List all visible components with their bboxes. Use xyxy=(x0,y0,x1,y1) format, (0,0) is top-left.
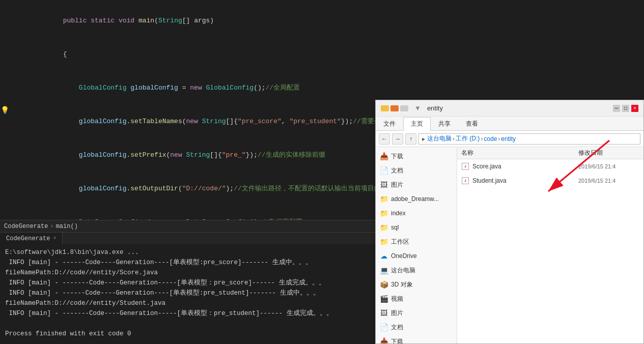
nav-item-documents[interactable]: 📄 文档 xyxy=(376,163,457,178)
path-separator: › xyxy=(498,135,500,142)
nav-item-label: 3D 对象 xyxy=(391,280,413,289)
nav-item-videos[interactable]: 🎬 视频 xyxy=(376,292,457,306)
nav-item-label: 下载 xyxy=(391,337,403,344)
file-explorer-title: entity xyxy=(427,104,610,112)
close-button[interactable]: × xyxy=(631,105,638,112)
download-icon: 📥 xyxy=(380,337,388,343)
onedrive-icon: ☁ xyxy=(380,252,388,260)
title-separator: ▼ xyxy=(414,104,421,112)
folder-icon xyxy=(381,105,389,111)
computer-icon: 💻 xyxy=(380,266,388,274)
nav-item-label: OneDrive xyxy=(391,252,417,260)
terminal-line: INFO [main] - ------Code----Generation--… xyxy=(5,288,372,298)
file-icon: J xyxy=(461,162,469,170)
code-text: public static void main(String[] args) xyxy=(15,4,373,38)
terminal-line: fileNamePath:D://code//entity/Score.java xyxy=(5,268,372,278)
terminal-line xyxy=(5,319,372,329)
download-icon: 📥 xyxy=(380,152,388,160)
nav-item-index[interactable]: 📁 index xyxy=(376,206,457,220)
breadcrumb-method: main() xyxy=(56,223,78,230)
path-part-entity[interactable]: entity xyxy=(501,135,516,142)
address-path[interactable]: ▸ 这台电脑 › 工作 (D:) › code › entity xyxy=(418,133,640,145)
nav-item-label: 工作区 xyxy=(391,238,409,246)
ribbon-tab-share[interactable]: 共享 xyxy=(431,117,458,131)
nav-item-label: 视频 xyxy=(391,295,403,303)
ribbon-tab-home[interactable]: 主页 xyxy=(403,117,431,131)
image-icon: 🖼 xyxy=(380,309,388,317)
title-bar-icon3 xyxy=(400,105,408,111)
nav-item-label: adobe_Dreamw... xyxy=(391,195,439,203)
terminal-panel: E:\software\jdk1.8\bin\java.exe ... INFO… xyxy=(0,244,377,344)
code-line: globalConfig.setPrefix(new String[]{"pre… xyxy=(0,138,377,172)
java-file-icon: J xyxy=(462,177,469,184)
nav-item-dl[interactable]: 📥 下载 xyxy=(376,334,457,343)
code-line: 💡 globalConfig.setTableNames(new String[… xyxy=(0,105,377,138)
tab-bar: CodeGenerate × xyxy=(0,232,377,244)
nav-item-images[interactable]: 🖼 图片 xyxy=(376,306,457,320)
code-line: globalConfig.setOutputDir("D://code/");/… xyxy=(0,172,377,206)
file-icon: J xyxy=(461,177,469,185)
nav-item-docs[interactable]: 📄 文档 xyxy=(376,320,457,334)
java-file-icon: J xyxy=(462,163,469,170)
nav-item-sql[interactable]: 📁 sql xyxy=(376,220,457,235)
code-line: GlobalConfig globalConfig = new GlobalCo… xyxy=(0,71,377,105)
nav-item-adobe[interactable]: 📁 adobe_Dreamw... xyxy=(376,192,457,206)
title-bar-icons xyxy=(381,105,408,111)
nav-item-label: 这台电脑 xyxy=(391,266,415,275)
3d-icon: 📦 xyxy=(380,280,388,289)
folder-icon: 📁 xyxy=(380,195,388,203)
path-part-drive[interactable]: 工作 (D:) xyxy=(456,134,480,143)
file-item-student[interactable]: J Student.java 2019/6/15 21:4 xyxy=(457,174,643,188)
nav-item-label: 图片 xyxy=(391,309,403,318)
minimize-button[interactable]: ─ xyxy=(613,105,620,112)
code-line: { xyxy=(0,38,377,71)
nav-forward-button[interactable]: → xyxy=(392,133,403,145)
nav-item-3d[interactable]: 📦 3D 对象 xyxy=(376,277,457,292)
nav-item-download[interactable]: 📥 下载 xyxy=(376,149,457,163)
file-name: Score.java xyxy=(472,163,575,170)
nav-item-label: 文档 xyxy=(391,166,403,175)
path-separator: › xyxy=(453,135,455,142)
breadcrumb-separator: › xyxy=(50,223,53,230)
ribbon-tab-file[interactable]: 文件 xyxy=(376,117,403,131)
nav-up-button[interactable]: ↑ xyxy=(405,133,416,145)
ribbon-tab-view[interactable]: 查看 xyxy=(458,117,486,131)
file-date: 2019/6/15 21:4 xyxy=(578,163,639,169)
nav-back-button[interactable]: ← xyxy=(379,133,390,145)
breadcrumb-class: CodeGenerate xyxy=(4,223,48,230)
path-part-computer[interactable]: 这台电脑 xyxy=(427,134,452,143)
nav-item-label: 文档 xyxy=(391,323,403,332)
terminal-line: INFO [main] - -------Code----Generation-… xyxy=(5,278,372,288)
code-text: globalConfig.setTableNames(new String[]{… xyxy=(15,105,377,138)
image-icon: 🖼 xyxy=(380,181,388,189)
code-text: globalConfig.setPrefix(new String[]{"pre… xyxy=(15,138,373,172)
file-explorer-main: 📥 下载 📄 文档 🖼 图片 📁 adobe_Dreamw... 📁 index… xyxy=(376,147,643,343)
code-text: globalConfig.setOutputDir("D://code/");/… xyxy=(15,172,377,206)
terminal-process-finished: Process finished with exit code 0 xyxy=(5,329,372,339)
path-separator: › xyxy=(481,135,483,142)
tab-codegenerate[interactable]: CodeGenerate × xyxy=(0,233,63,245)
nav-item-workspace[interactable]: 📁 工作区 xyxy=(376,235,457,249)
file-item-score[interactable]: J Score.java 2019/6/15 21:4 xyxy=(457,159,643,174)
code-text: { xyxy=(15,38,373,71)
tab-close-button[interactable]: × xyxy=(53,236,56,241)
terminal-line: E:\software\jdk1.8\bin\java.exe ... xyxy=(5,247,372,257)
nav-item-this-pc[interactable]: 💻 这台电脑 xyxy=(376,263,457,277)
code-line: public static void main(String[] args) xyxy=(0,4,377,38)
nav-item-label: 下载 xyxy=(391,152,403,161)
nav-item-onedrive[interactable]: ☁ OneDrive xyxy=(376,249,457,263)
left-nav-panel: 📥 下载 📄 文档 🖼 图片 📁 adobe_Dreamw... 📁 index… xyxy=(376,147,457,343)
nav-item-label: sql xyxy=(391,224,399,231)
col-name-header: 名称 xyxy=(461,149,578,157)
file-explorer: ▼ entity ─ □ × 文件 主页 共享 查看 ← → ↑ ▸ 这台电脑 … xyxy=(375,100,644,344)
col-date-header: 修改日期 xyxy=(578,149,639,157)
file-name: Student.java xyxy=(472,177,575,184)
path-part-code[interactable]: code xyxy=(484,135,497,142)
terminal-line: INFO [main] - -------Code----Generation-… xyxy=(5,308,372,319)
nav-item-pictures[interactable]: 🖼 图片 xyxy=(376,178,457,192)
code-text: GlobalConfig globalConfig = new GlobalCo… xyxy=(15,71,373,105)
address-bar: ← → ↑ ▸ 这台电脑 › 工作 (D:) › code › entity xyxy=(376,131,643,147)
maximize-button[interactable]: □ xyxy=(622,105,629,112)
column-header: 名称 修改日期 xyxy=(457,147,643,159)
breadcrumb-bar: CodeGenerate › main() xyxy=(0,220,377,232)
